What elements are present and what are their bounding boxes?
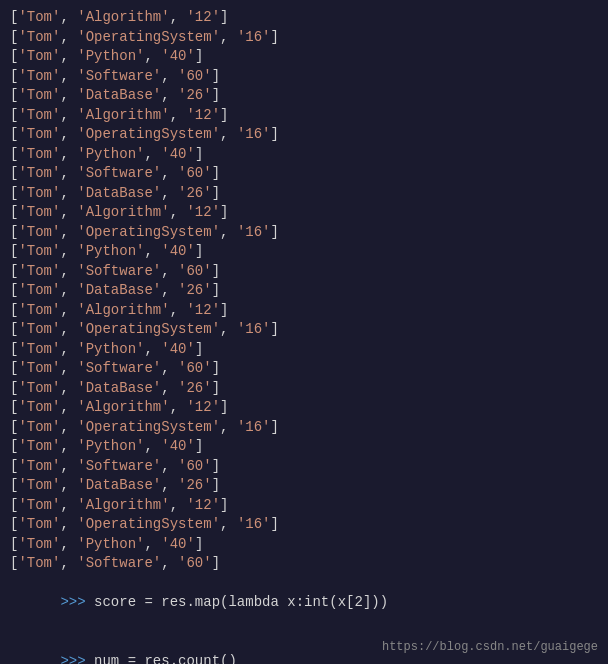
list-item: ['Tom', 'DataBase', '26'] [10, 476, 598, 496]
list-item: ['Tom', 'Python', '40'] [10, 145, 598, 165]
list-item: ['Tom', 'Software', '60'] [10, 359, 598, 379]
list-item: ['Tom', 'Algorithm', '12'] [10, 301, 598, 321]
list-item: ['Tom', 'Algorithm', '12'] [10, 106, 598, 126]
watermark: https://blog.csdn.net/guaigege [382, 640, 598, 654]
list-item: ['Tom', 'DataBase', '26'] [10, 379, 598, 399]
list-item: ['Tom', 'OperatingSystem', '16'] [10, 418, 598, 438]
list-item: ['Tom', 'DataBase', '26'] [10, 86, 598, 106]
list-item: ['Tom', 'Software', '60'] [10, 554, 598, 574]
list-item: ['Tom', 'Python', '40'] [10, 340, 598, 360]
list-item: ['Tom', 'OperatingSystem', '16'] [10, 28, 598, 48]
list-item: ['Tom', 'OperatingSystem', '16'] [10, 223, 598, 243]
list-item: ['Tom', 'OperatingSystem', '16'] [10, 125, 598, 145]
list-item: ['Tom', 'Python', '40'] [10, 242, 598, 262]
list-item: ['Tom', 'Software', '60'] [10, 262, 598, 282]
list-item: ['Tom', 'Algorithm', '12'] [10, 496, 598, 516]
prompt-symbol-1: >>> [60, 594, 94, 610]
terminal-window: ['Tom', 'Algorithm', '12'] ['Tom', 'Oper… [0, 0, 608, 664]
list-item: ['Tom', 'Software', '60'] [10, 164, 598, 184]
list-item: ['Tom', 'Software', '60'] [10, 67, 598, 87]
list-item: ['Tom', 'DataBase', '26'] [10, 281, 598, 301]
list-item: ['Tom', 'Python', '40'] [10, 535, 598, 555]
list-item: ['Tom', 'Software', '60'] [10, 457, 598, 477]
prompt-symbol-2: >>> [60, 653, 94, 665]
list-item: ['Tom', 'OperatingSystem', '16'] [10, 515, 598, 535]
output-lines: ['Tom', 'Algorithm', '12'] ['Tom', 'Oper… [10, 8, 598, 574]
prompt-line-1: >>> score = res.map(lambda x:int(x[2])) [10, 574, 598, 633]
list-item: ['Tom', 'Python', '40'] [10, 47, 598, 67]
list-item: ['Tom', 'Python', '40'] [10, 437, 598, 457]
list-item: ['Tom', 'OperatingSystem', '16'] [10, 320, 598, 340]
list-item: ['Tom', 'Algorithm', '12'] [10, 398, 598, 418]
list-item: ['Tom', 'Algorithm', '12'] [10, 8, 598, 28]
list-item: ['Tom', 'DataBase', '26'] [10, 184, 598, 204]
list-item: ['Tom', 'Algorithm', '12'] [10, 203, 598, 223]
